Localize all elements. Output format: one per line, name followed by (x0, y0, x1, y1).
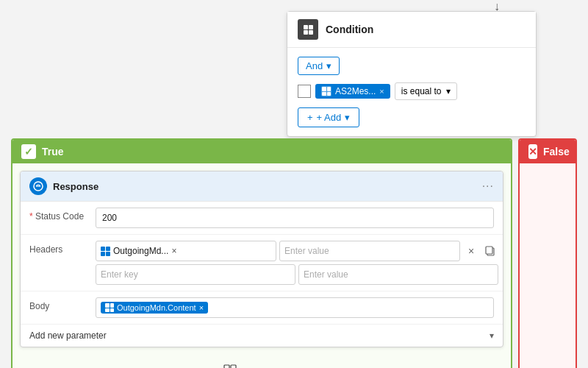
header-row-1: OutgoingMd... × Enter value × (96, 241, 498, 261)
header-copy-button[interactable] (482, 243, 498, 259)
is-equal-dropdown[interactable]: is equal to ▾ (395, 82, 457, 100)
status-code-row: Status Code (21, 202, 503, 235)
body-chip[interactable]: OutgoingMdn.Content × (101, 302, 208, 314)
false-label: False (543, 146, 570, 158)
false-header: ✕ False (520, 140, 576, 163)
chip-label: AS2Mes... (335, 86, 376, 96)
header-value-1[interactable]: Enter value (279, 241, 460, 261)
add-button-row: + + Add ▾ (298, 107, 526, 127)
response-title: Response (53, 181, 482, 192)
response-more-button[interactable]: ··· (482, 180, 494, 193)
add-param-row[interactable]: Add new parameter ▾ (21, 325, 503, 347)
true-branch: ✓ True Response ··· Status (11, 138, 512, 368)
header-chip-close[interactable]: × (171, 246, 176, 256)
body-chip-close[interactable]: × (199, 303, 204, 312)
condition-body: And ▾ AS2Mes... × is equal to (287, 48, 536, 136)
response-icon (29, 177, 47, 195)
true-check-icon: ✓ (21, 144, 36, 159)
header-value-2[interactable]: Enter value (298, 264, 498, 285)
header-key-placeholder: Enter key (101, 269, 138, 280)
true-label: True (42, 146, 64, 158)
condition-row: AS2Mes... × is equal to ▾ (298, 82, 526, 100)
add-plus-icon: + (307, 112, 313, 123)
headers-row: Headers OutgoingMd... (21, 235, 503, 291)
condition-title: Condition (326, 24, 373, 35)
and-button[interactable]: And ▾ (298, 57, 340, 75)
svg-rect-5 (231, 365, 236, 368)
header-chip-label: OutgoingMd... (113, 246, 168, 256)
chip-grid-icon (321, 86, 331, 96)
and-dropdown-row: And ▾ (298, 57, 526, 75)
header-delete-button[interactable]: × (463, 243, 479, 259)
response-header: Response ··· (21, 171, 503, 202)
status-code-input[interactable] (96, 208, 494, 228)
body-chip-icon (105, 303, 114, 312)
condition-icon (298, 19, 318, 40)
headers-label: Headers (29, 241, 96, 255)
false-x-icon: ✕ (528, 144, 537, 159)
is-equal-chevron-icon: ▾ (446, 86, 451, 96)
true-header: ✓ True (12, 140, 511, 163)
add-action-label: Add an action (242, 366, 301, 369)
add-action-icon (223, 364, 237, 368)
body-chip-label: OutgoingMdn.Content (117, 303, 196, 312)
svg-rect-3 (486, 247, 492, 254)
body-label: Body (29, 297, 96, 311)
header-chip-icon (101, 247, 110, 256)
header-value2-placeholder: Enter value (304, 269, 348, 280)
and-chevron-icon: ▾ (326, 60, 331, 71)
false-branch: ✕ False (518, 138, 577, 368)
response-body: Status Code Headers (21, 202, 503, 347)
condition-checkbox[interactable] (298, 85, 311, 98)
add-chevron-icon: ▾ (345, 112, 350, 123)
and-label: And (306, 60, 323, 71)
add-param-label: Add new parameter (29, 330, 490, 341)
branches-container: ✓ True Response ··· Status (0, 138, 588, 368)
body-chip-area[interactable]: OutgoingMdn.Content × (96, 297, 494, 318)
as2-chip[interactable]: AS2Mes... × (315, 84, 390, 99)
add-label: + Add (317, 112, 342, 123)
status-code-label: Status Code (29, 208, 96, 222)
svg-rect-4 (224, 365, 229, 368)
add-button[interactable]: + + Add ▾ (298, 107, 359, 127)
is-equal-label: is equal to (401, 86, 442, 96)
add-action-area[interactable]: Add an action (12, 355, 511, 368)
header-value-placeholder: Enter value (284, 246, 329, 256)
add-param-chevron-icon: ▾ (490, 330, 494, 341)
response-card: Response ··· Status Code Headers (20, 171, 503, 347)
condition-card: Condition And ▾ AS2Mes... × (287, 11, 537, 137)
chip-close-icon[interactable]: × (379, 87, 384, 96)
header-key-1[interactable]: OutgoingMd... × (96, 241, 276, 261)
condition-header: Condition (287, 12, 536, 48)
headers-container: OutgoingMd... × Enter value × (96, 241, 498, 285)
header-row-2: Enter key Enter value (96, 264, 498, 285)
header-key-2[interactable]: Enter key (96, 264, 295, 285)
body-row: Body OutgoingMdn.Content × (21, 291, 503, 325)
